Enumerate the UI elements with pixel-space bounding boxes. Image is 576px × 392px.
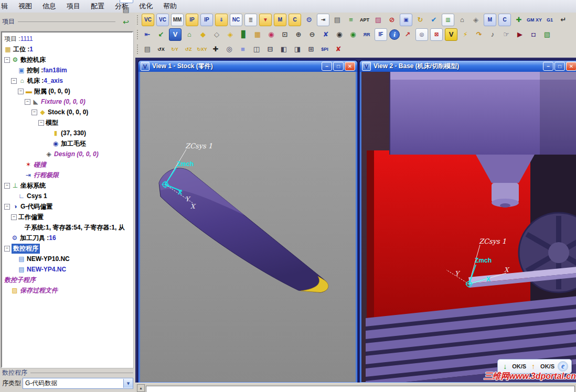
maximize-button[interactable]: □ [333,62,344,71]
menu-item-1[interactable]: 视图 [13,0,37,13]
zoom-in-button[interactable]: ⊕ [293,29,304,40]
hand-gesture-button[interactable]: ☞ [500,29,512,40]
import-model-button[interactable]: ⇓ [215,14,228,26]
reset-model-button[interactable]: ⇤ [142,29,153,40]
tree-project[interactable]: 项目 : 1111 [2,34,132,44]
expander-icon[interactable]: − [4,246,10,252]
tree-nc-file-2[interactable]: ▤NEW-YP4.NC [2,264,132,275]
solid-cube-button[interactable]: ◆ [197,29,209,40]
zoom-probe-button[interactable]: ◎ [223,43,235,55]
arrow-down-icon[interactable]: ↓ [503,362,507,371]
close-x-button[interactable]: ✘ [333,43,344,55]
machine-green-button[interactable]: ⌂ [184,29,195,40]
machine-home-button[interactable]: ⌂ [456,14,468,26]
mute-button[interactable]: ♪ [487,29,498,40]
layout-single-button[interactable]: ■ [237,43,249,55]
expander-icon[interactable]: − [4,183,10,189]
minimize-button[interactable]: – [543,62,553,71]
expander-icon[interactable]: − [38,120,44,126]
save-layout-folder-button[interactable]: ▼ [259,14,272,26]
expander-icon[interactable]: − [11,78,17,84]
tree-collision[interactable]: ✶碰撞 [2,159,132,170]
tree-coord-systems[interactable]: −⊥坐标系统 [2,180,132,191]
rotate-z-button[interactable]: ↺Z [183,43,194,55]
rotate-x-button[interactable]: ↺X [155,43,167,55]
tree-save-process[interactable]: ▨保存过程文件 [2,285,132,296]
vericut-v-button[interactable]: V [169,28,182,41]
tree-nc-file-1[interactable]: ▤NEW-YP10.NC [2,254,132,264]
m-disk-button[interactable]: M [484,14,496,26]
units-mm-file-button[interactable]: MM [171,14,184,26]
print-button[interactable]: ▤ [120,3,132,16]
arrow-up-icon[interactable]: ↑ [531,362,535,371]
verify-check-button[interactable]: ✔ [428,14,440,26]
save-disk-button[interactable]: ▣ [400,14,412,26]
process-tree-button[interactable]: ≡ [345,14,357,26]
layout-left-main-button[interactable]: ◧ [278,43,290,55]
internet-explorer-icon[interactable]: e [558,361,568,372]
eye-dark-button[interactable]: ◉ [334,29,345,40]
wire-cube-button[interactable]: ◇ [211,29,222,40]
gm-xy-code-button[interactable]: GM XY [527,14,542,26]
save-vc-project-button[interactable]: VC [156,14,169,26]
tree-fixture[interactable]: −◣Fixture (0, 0, 0) [2,96,132,107]
tree-travel-limit[interactable]: ⇥行程极限 [2,170,132,180]
expander-icon[interactable]: − [25,99,30,105]
tool-manager-button[interactable]: ⚙ [303,14,315,26]
open-m-folder-button[interactable]: M [274,14,286,26]
layout-2row-button[interactable]: ⊟ [264,43,276,55]
view2-title-bar[interactable]: V View 2 - Base (机床/切削模型) – □ ✕ [360,61,576,72]
lightning-button[interactable]: ⚡ [460,29,471,40]
tree-stock[interactable]: −◆Stock (0, 0, 0) [2,107,132,117]
menu-item-2[interactable]: 信息 [37,0,61,13]
menu-item-7[interactable]: 帮助 [158,0,182,13]
rotate-xy-button[interactable]: ↻XY [196,43,208,55]
export-file-button[interactable]: ⇥ [317,14,329,26]
menu-item-0[interactable]: 辑 [0,0,13,13]
video-record-button[interactable]: ▶ [514,29,526,40]
open-ip-file-button[interactable]: IP [186,14,198,26]
layout-2col-button[interactable]: ◫ [251,43,262,55]
tree-cylinder[interactable]: ▮(37, 330) [2,128,132,138]
menu-item-3[interactable]: 项目 [61,0,86,13]
menu-item-6[interactable]: 优化 [134,0,158,13]
rotate-y-button[interactable]: ↻Y [169,43,180,55]
tree-model[interactable]: −模型 [2,117,132,128]
eye-green-button[interactable]: ◉ [347,29,359,40]
snapshot-button[interactable]: ▧ [541,29,553,40]
stop-sign-button[interactable]: ⊘ [386,14,398,26]
export-model-button[interactable]: ↷ [473,29,485,40]
tree-machine[interactable]: −⌂机床 : 4_axis [2,75,132,86]
tree-work-offset[interactable]: −工作偏置 [2,212,132,222]
info-button[interactable]: i [389,29,400,40]
g1-code-button[interactable]: G1 [544,14,556,26]
sync-views-button[interactable]: ↻ [414,14,426,26]
expander-icon[interactable]: − [18,89,24,94]
half-cube-button[interactable]: ◈ [225,29,236,40]
menu-item-4[interactable]: 配置 [86,0,110,13]
tree-nc-programs[interactable]: −数控程序 [2,243,132,254]
layout-right-main-button[interactable]: ◨ [292,43,303,55]
tree-nc-subprograms[interactable]: 数控子程序 [2,275,132,285]
tree-station[interactable]: ▦工位 : 1 [2,44,132,55]
no-report-button[interactable]: ⊠ [430,28,443,41]
collapse-panel-button[interactable]: ▴ [137,384,145,392]
tree-cut-stock[interactable]: ◉加工毛坯 [2,138,132,149]
if-doc-button[interactable]: IF [375,28,387,41]
close-button[interactable]: ✕ [566,62,576,71]
movie-camera-button[interactable]: ◘ [528,29,539,40]
expander-icon[interactable]: − [11,214,17,220]
expander-icon[interactable]: − [31,110,37,115]
dollar-pi-button[interactable]: $PI [319,43,330,55]
tree-cnc-machine[interactable]: −⚙数控机床 [2,55,132,65]
expander-icon[interactable]: − [4,57,10,63]
open-c-folder-button[interactable]: C [289,14,301,26]
zoom-out-button[interactable]: ⊖ [306,29,318,40]
axis-diamond-button[interactable]: ◈ [470,14,482,26]
apt-settings-button[interactable]: APT [359,14,370,26]
motion-file-button[interactable]: ≣ [244,14,257,26]
save-ip-file-button[interactable]: IP [200,14,213,26]
chevron-down-icon[interactable]: ▾ [123,379,133,388]
nc-program-file-button[interactable]: NC [230,14,242,26]
chart-button[interactable]: ↗ [402,29,413,40]
